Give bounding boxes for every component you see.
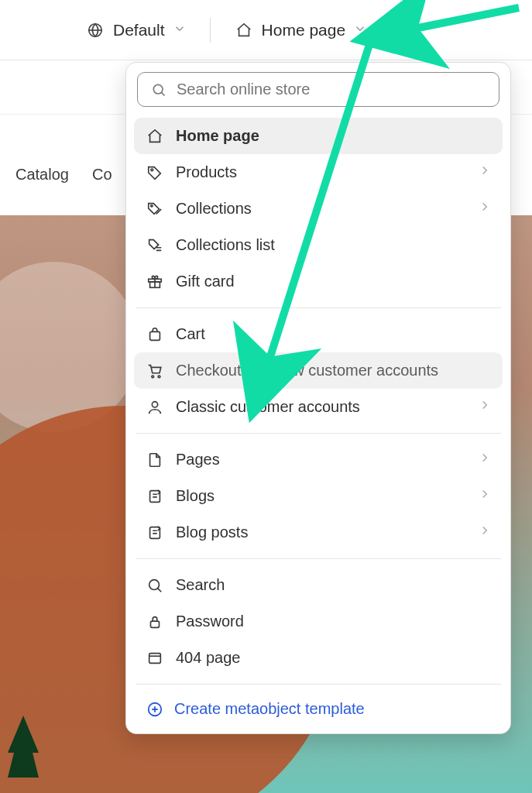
page-icon	[145, 451, 165, 469]
menu-item-classic[interactable]: Classic customer accounts	[134, 389, 503, 425]
menu-item-label: Classic customer accounts	[176, 398, 360, 416]
divider	[210, 18, 211, 43]
search-box[interactable]	[137, 72, 499, 107]
menu-item-password[interactable]: Password	[134, 603, 503, 640]
menu-item-collist[interactable]: Collections list	[134, 227, 503, 263]
menu-item-label: Cart	[176, 325, 205, 343]
search-input[interactable]	[177, 81, 488, 98]
home-icon	[234, 22, 254, 39]
divider	[136, 307, 501, 308]
create-label: Create metaobject template	[174, 700, 365, 718]
tag-icon	[145, 164, 165, 181]
bag-icon	[145, 326, 165, 343]
svg-point-9	[152, 401, 157, 407]
menu-item-label: 404 page	[176, 649, 240, 667]
search-icon	[149, 82, 169, 98]
menu-item-label: Search	[176, 576, 225, 594]
chevron-right-icon	[478, 398, 492, 416]
menu-item-checkout[interactable]: Checkout and new customer accounts	[134, 352, 503, 389]
top-bar: Default Home page	[0, 0, 532, 60]
divider	[136, 684, 501, 685]
menu-item-home[interactable]: Home page	[134, 118, 503, 154]
menu-item-label: Blogs	[176, 487, 215, 505]
page-selector[interactable]: Home page	[234, 21, 368, 39]
chevron-right-icon	[478, 524, 492, 541]
svg-point-3	[151, 204, 153, 206]
home-icon	[145, 128, 165, 145]
menu-item-label: Pages	[176, 451, 220, 469]
menu-item-blogposts[interactable]: Blog posts	[134, 514, 503, 551]
menu-item-collections[interactable]: Collections	[134, 191, 503, 227]
svg-rect-14	[149, 653, 161, 663]
chevron-right-icon	[478, 487, 492, 505]
tags-list-icon	[145, 237, 165, 254]
svg-rect-10	[150, 490, 160, 502]
theme-label: Default	[113, 21, 165, 39]
note-icon	[145, 488, 165, 505]
menu-item-label: Checkout and new customer accounts	[176, 362, 438, 379]
menu-item-products[interactable]: Products	[134, 154, 503, 191]
note-icon	[145, 524, 165, 541]
create-metaobject-template[interactable]: Create metaobject template	[134, 689, 503, 729]
menu-item-label: Blog posts	[176, 524, 248, 541]
menu-item-label: Home page	[176, 127, 259, 145]
tags-icon	[145, 201, 165, 218]
person-icon	[145, 399, 165, 416]
nav-link-catalog[interactable]: Catalog	[15, 166, 69, 184]
lock-icon	[145, 613, 165, 630]
divider	[136, 558, 501, 559]
nav-link-co[interactable]: Co	[92, 166, 112, 184]
chevron-right-icon	[478, 163, 492, 181]
search-icon	[145, 577, 165, 594]
menu-item-cart[interactable]: Cart	[134, 316, 503, 352]
page-dropdown: Home pageProductsCollectionsCollections …	[125, 62, 511, 734]
browser-icon	[145, 650, 165, 667]
svg-point-2	[151, 168, 153, 170]
svg-rect-13	[151, 621, 160, 627]
svg-point-12	[149, 579, 160, 589]
gift-icon	[145, 273, 165, 290]
menu-item-label: Products	[176, 163, 237, 181]
svg-point-8	[158, 375, 160, 377]
globe-icon	[85, 22, 105, 39]
svg-point-1	[153, 84, 163, 94]
chevron-right-icon	[478, 200, 492, 218]
menu-item-label: Collections list	[176, 236, 275, 254]
svg-rect-6	[150, 331, 160, 340]
chevron-down-icon	[173, 21, 187, 39]
page-label: Home page	[262, 21, 346, 39]
svg-rect-11	[150, 527, 160, 538]
menu-item-label: Gift card	[176, 273, 235, 290]
menu-item-label: Password	[176, 613, 244, 630]
cart-icon	[145, 362, 165, 379]
menu-item-pages[interactable]: Pages	[134, 441, 503, 478]
chevron-down-icon	[353, 21, 367, 39]
divider	[136, 433, 501, 434]
menu-item-blogs[interactable]: Blogs	[134, 478, 503, 514]
menu-item-giftcard[interactable]: Gift card	[134, 263, 503, 300]
theme-selector[interactable]: Default	[85, 21, 187, 39]
svg-point-7	[152, 375, 154, 377]
menu-item-search[interactable]: Search	[134, 567, 503, 603]
menu-item-label: Collections	[176, 200, 252, 218]
plus-circle-icon	[145, 701, 165, 718]
menu-item-404[interactable]: 404 page	[134, 640, 503, 676]
chevron-right-icon	[478, 451, 492, 469]
